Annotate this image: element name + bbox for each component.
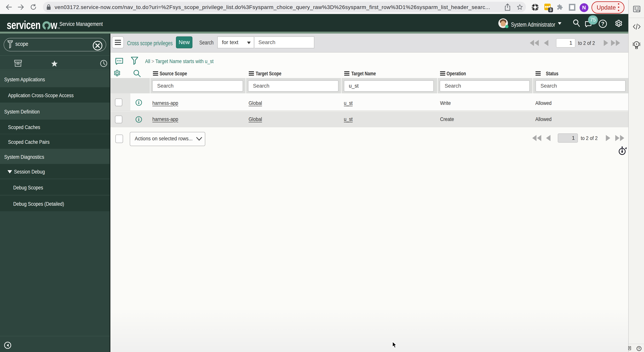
- svg-text:?: ?: [601, 21, 604, 27]
- svg-text:?: ?: [638, 347, 640, 350]
